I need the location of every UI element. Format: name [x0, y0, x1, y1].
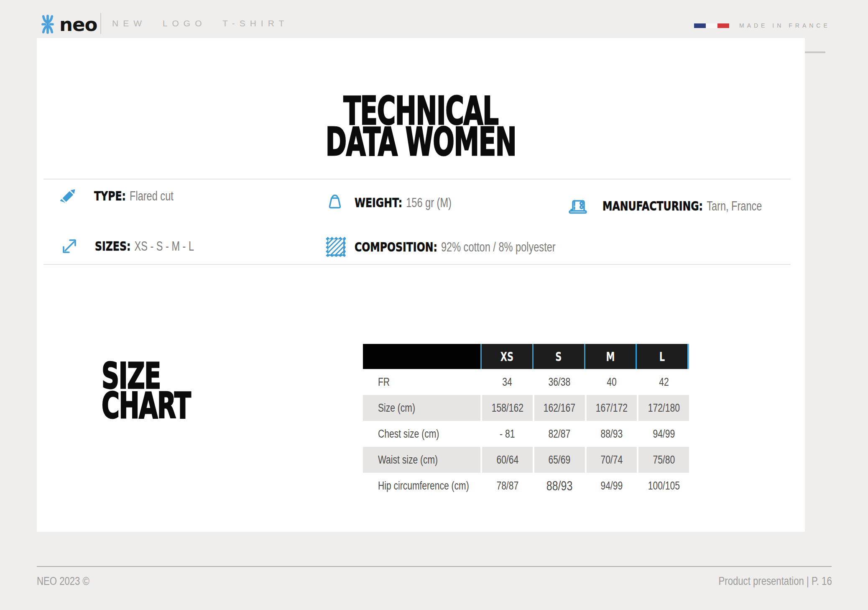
- column-header-l: L: [636, 344, 687, 369]
- spec-type-value: Flared cut: [130, 189, 174, 203]
- product-title: NEW LOGO T-SHIRT: [112, 18, 288, 28]
- spec-composition-label: COMPOSITION:: [355, 239, 437, 254]
- table-cell: 94/99: [587, 473, 637, 499]
- row-label: Size (cm): [363, 395, 480, 421]
- spec-manufacturing: MANUFACTURING:Tarn, France: [567, 193, 812, 219]
- spec-sizes: SIZES:XS - S - M - L: [60, 233, 225, 259]
- spec-divider-top: [43, 179, 791, 179]
- size-chart-table: XS S M L FR 34 36/38 40 42 Size (cm) 158…: [363, 344, 689, 499]
- table-cell: 60/64: [482, 447, 533, 473]
- spec-manufacturing-label: MANUFACTURING:: [602, 198, 703, 213]
- made-in-label: MADE IN FRANCE: [739, 22, 830, 29]
- table-row-size: Size (cm) 158/162 162/167 167/172 172/18…: [363, 395, 689, 421]
- slide: neo NEW LOGO T-SHIRT MADE IN FRANCE TECH…: [0, 0, 868, 610]
- spec-weight-text: WEIGHT:156 gr (M): [355, 195, 452, 210]
- size-chart-heading-line-2: CHART: [102, 391, 191, 420]
- spec-type: TYPE:Flared cut: [59, 183, 199, 209]
- header-divider: [100, 13, 101, 34]
- spec-sizes-text: SIZES:XS - S - M - L: [95, 238, 194, 254]
- table-header-row: XS S M L: [363, 344, 689, 369]
- row-label: Hip circumference (cm): [363, 473, 480, 499]
- flag-blue-stripe: [694, 23, 706, 28]
- table-cell: 162/167: [534, 395, 585, 421]
- content-card: TECHNICAL DATA WOMEN TYPE:Flared cut: [37, 38, 805, 532]
- spec-manufacturing-text: MANUFACTURING:Tarn, France: [602, 198, 762, 214]
- table-cell: 36/38: [534, 369, 585, 395]
- table-corner-cell: [363, 344, 480, 369]
- table-cell: 172/180: [638, 395, 689, 421]
- table-cell: 94/99: [638, 421, 689, 447]
- spec-sizes-label: SIZES:: [95, 238, 130, 254]
- france-flag-icon: [694, 23, 729, 28]
- table-cell: 88/93: [534, 473, 585, 499]
- table-cell: 158/162: [482, 395, 533, 421]
- footer-divider: [37, 566, 832, 567]
- table-cell: 167/172: [587, 395, 637, 421]
- spec-weight-value: 156 gr (M): [406, 195, 452, 210]
- spec-weight-label: WEIGHT:: [355, 195, 402, 210]
- card-edge-dash: [805, 51, 825, 53]
- column-header-s: S: [532, 344, 584, 369]
- spec-composition-text: COMPOSITION:92% cotton / 8% polyester: [355, 239, 556, 255]
- table-cell: 78/87: [482, 473, 533, 499]
- row-label: Chest size (cm): [363, 421, 480, 447]
- spec-type-text: TYPE:Flared cut: [94, 188, 174, 204]
- table-row-fr: FR 34 36/38 40 42: [363, 369, 689, 395]
- table-row-waist: Waist size (cm) 60/64 65/69 70/74 75/80: [363, 447, 689, 473]
- spec-composition: COMPOSITION:92% cotton / 8% polyester: [325, 234, 619, 260]
- row-label: Waist size (cm): [363, 447, 480, 473]
- resize-arrow-icon: [60, 237, 79, 255]
- column-header-xs: XS: [480, 344, 532, 369]
- spec-type-label: TYPE:: [94, 188, 126, 203]
- copyright: NEO 2023 ©: [37, 575, 101, 588]
- page-title-line-2: DATA WOMEN: [167, 127, 674, 158]
- row-label: FR: [363, 369, 480, 395]
- flag-white-stripe: [706, 23, 717, 28]
- page-title: TECHNICAL DATA WOMEN: [37, 96, 805, 158]
- spec-manufacturing-value: Tarn, France: [707, 199, 762, 213]
- page-indicator: Product presentation | P. 16: [694, 575, 832, 588]
- table-cell: 34: [482, 369, 533, 395]
- spec-composition-value: 92% cotton / 8% polyester: [441, 240, 556, 254]
- table-cell: 42: [638, 369, 689, 395]
- column-header-m: M: [584, 344, 636, 369]
- spec-divider-bottom: [43, 264, 791, 265]
- brand-name: neo: [59, 15, 97, 34]
- table-row-hip: Hip circumference (cm) 78/87 88/93 94/99…: [363, 473, 689, 499]
- table-cell: - 81: [482, 421, 533, 447]
- table-cell: 75/80: [638, 447, 689, 473]
- spec-sizes-value: XS - S - M - L: [134, 239, 194, 254]
- table-cell: 88/93: [587, 421, 637, 447]
- flag-red-stripe: [717, 23, 729, 28]
- table-cell: 40: [587, 369, 637, 395]
- table-row-chest: Chest size (cm) - 81 82/87 88/93 94/99: [363, 421, 689, 447]
- pencil-icon: [59, 186, 79, 205]
- weight-icon: [325, 193, 345, 212]
- sewing-machine-icon: [567, 195, 589, 217]
- table-cell: 70/74: [587, 447, 637, 473]
- neo-logo-icon: [39, 14, 56, 34]
- table-cell: 65/69: [534, 447, 585, 473]
- table-cell: 100/105: [638, 473, 689, 499]
- table-cell: 82/87: [534, 421, 585, 447]
- size-chart-heading: SIZE CHART: [102, 361, 232, 420]
- fabric-swatch-icon: [325, 237, 346, 257]
- spec-weight: WEIGHT:156 gr (M): [325, 190, 482, 215]
